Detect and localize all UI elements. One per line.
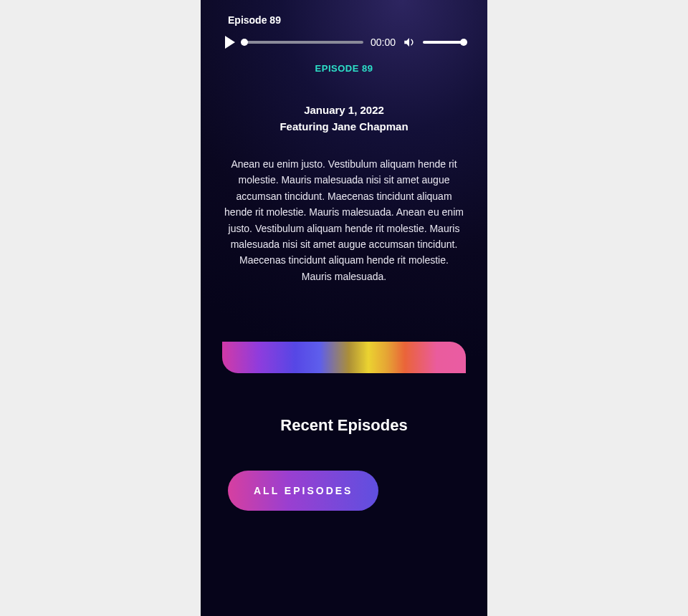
player-title: Episode 89 (228, 14, 466, 26)
elapsed-time: 00:00 (371, 37, 396, 48)
podcast-panel: Episode 89 00:00 EPISODE 89 January 1, 2… (201, 0, 487, 616)
episode-number-label: EPISODE 89 (222, 63, 466, 74)
episode-date: January 1, 2022 (222, 102, 466, 119)
volume-slider[interactable] (423, 41, 466, 44)
progress-slider[interactable] (242, 41, 363, 44)
progress-thumb[interactable] (241, 39, 248, 46)
volume-thumb[interactable] (460, 39, 467, 46)
volume-icon[interactable] (403, 36, 416, 49)
episode-meta: January 1, 2022 Featuring Jane Chapman (222, 102, 466, 135)
audio-player: 00:00 (222, 36, 466, 49)
gradient-divider (222, 342, 466, 373)
episode-featuring: Featuring Jane Chapman (222, 119, 466, 135)
recent-episodes-heading: Recent Episodes (222, 416, 466, 435)
play-icon[interactable] (225, 36, 235, 49)
episode-description: Anean eu enim justo. Vestibulum aliquam … (222, 156, 466, 284)
all-episodes-button[interactable]: ALL EPISODES (228, 471, 378, 511)
